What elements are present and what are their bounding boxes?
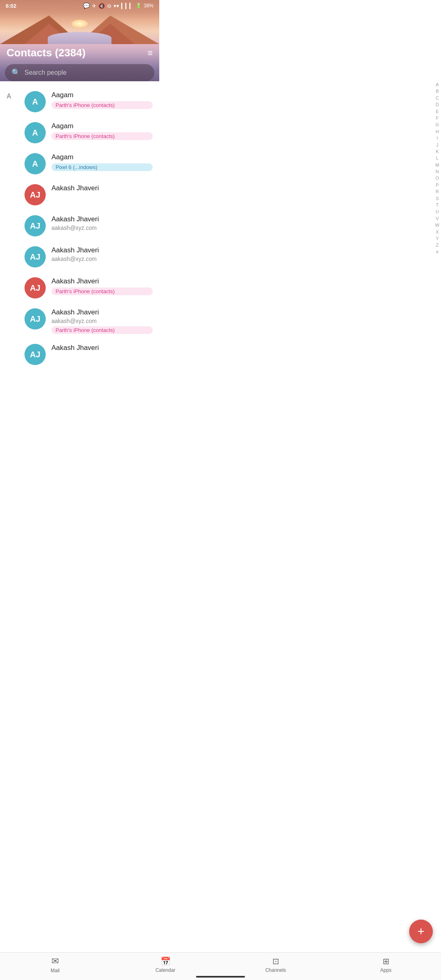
signal-icon: ▎▎▎ — [121, 3, 134, 9]
contact-info: Aagam Parth's iPhone (contacts) — [51, 91, 153, 109]
list-item[interactable]: AJ Aakash Jhaveri aakash@xyz.com Parth's… — [0, 303, 159, 339]
contact-name: Aakash Jhaveri — [51, 344, 153, 352]
list-item[interactable]: AJ Aakash Jhaveri aakash@xyz.com — [0, 241, 159, 272]
header-landscape — [0, 11, 159, 44]
contact-name: Aagam — [51, 91, 153, 99]
list-item[interactable]: A Aagam Pixel 6 (...indows) — [0, 148, 159, 179]
avatar: AJ — [24, 184, 46, 205]
section-letter: A — [7, 93, 11, 100]
avatar: AJ — [24, 344, 46, 365]
contact-info: Aakash Jhaveri aakash@xyz.com Parth's iP… — [51, 308, 153, 334]
list-item[interactable]: AJ Aakash Jhaveri Parth's iPhone (contac… — [0, 272, 159, 303]
contact-name: Aakash Jhaveri — [51, 277, 153, 285]
avatar: A — [24, 91, 46, 112]
mute-icon: 🔇 — [98, 3, 105, 9]
contact-name: Aakash Jhaveri — [51, 184, 153, 192]
contact-email: aakash@xyz.com — [51, 225, 153, 231]
contact-info: Aagam Pixel 6 (...indows) — [51, 153, 153, 171]
contact-name: Aakash Jhaveri — [51, 308, 153, 316]
contact-info: Aakash Jhaveri — [51, 344, 153, 353]
avatar: AJ — [24, 246, 46, 267]
contact-email: aakash@xyz.com — [51, 256, 153, 262]
search-icon: 🔍 — [11, 68, 20, 77]
list-item[interactable]: AJ Aakash Jhaveri aakash@xyz.com — [0, 210, 159, 241]
list-item[interactable]: A A Aagam Parth's iPhone (contacts) — [0, 86, 159, 117]
wifi-icon: ▾▾ — [114, 3, 119, 9]
page-title: Contacts (2384) — [7, 47, 86, 59]
list-item[interactable]: AJ Aakash Jhaveri — [0, 339, 159, 370]
avatar: AJ — [24, 308, 46, 330]
search-bar[interactable]: 🔍 — [5, 64, 154, 81]
contact-tag: Parth's iPhone (contacts) — [51, 101, 153, 109]
contacts-list: A A Aagam Parth's iPhone (contacts) A Aa… — [0, 85, 159, 403]
contact-name: Aakash Jhaveri — [51, 246, 153, 254]
contact-tag: Pixel 6 (...indows) — [51, 163, 153, 171]
battery-icon: 🔋 — [136, 3, 142, 9]
contact-tag: Parth's iPhone (contacts) — [51, 326, 153, 334]
header-bg: 6:02 💬 ✈ 🔇 ⊖ ▾▾ ▎▎▎ 🔋 38% Contacts ( — [0, 0, 159, 81]
contact-email: aakash@xyz.com — [51, 318, 153, 324]
contact-info: Aakash Jhaveri aakash@xyz.com — [51, 246, 153, 263]
contact-info: Aakash Jhaveri aakash@xyz.com — [51, 215, 153, 232]
contact-info: Aagam Parth's iPhone (contacts) — [51, 122, 153, 140]
contact-name: Aagam — [51, 122, 153, 130]
send-icon: ✈ — [92, 3, 96, 9]
avatar: A — [24, 153, 46, 174]
header-content: Contacts (2384) ≡ — [0, 44, 159, 64]
contact-info: Aakash Jhaveri — [51, 184, 153, 194]
list-item[interactable]: A Aagam Parth's iPhone (contacts) — [0, 117, 159, 148]
status-icons: 💬 ✈ 🔇 ⊖ ▾▾ ▎▎▎ 🔋 38% — [83, 2, 154, 9]
avatar: AJ — [24, 215, 46, 236]
contact-tag: Parth's iPhone (contacts) — [51, 132, 153, 140]
filter-icon[interactable]: ≡ — [147, 48, 153, 58]
search-input[interactable] — [24, 69, 148, 76]
contact-name: Aakash Jhaveri — [51, 215, 153, 223]
status-bar: 6:02 💬 ✈ 🔇 ⊖ ▾▾ ▎▎▎ 🔋 38% — [0, 0, 159, 11]
battery-level: 38% — [144, 3, 154, 9]
avatar: AJ — [24, 277, 46, 298]
contact-name: Aagam — [51, 153, 153, 161]
whatsapp-icon: 💬 — [83, 2, 90, 9]
dnd-icon: ⊖ — [107, 3, 111, 9]
contact-info: Aakash Jhaveri Parth's iPhone (contacts) — [51, 277, 153, 295]
list-item[interactable]: AJ Aakash Jhaveri — [0, 179, 159, 210]
contact-tag: Parth's iPhone (contacts) — [51, 287, 153, 295]
status-time: 6:02 — [6, 3, 16, 9]
avatar: A — [24, 122, 46, 143]
